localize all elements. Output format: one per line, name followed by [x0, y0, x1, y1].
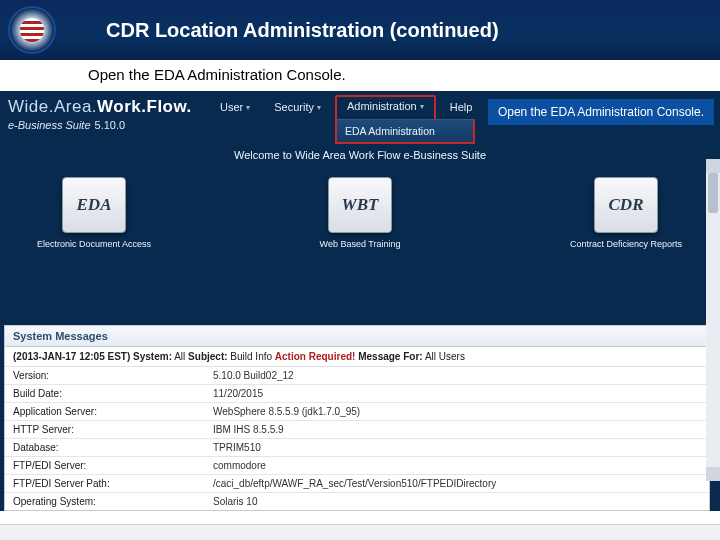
app-screenshot: Wide.Area.Work.Flow. e-Business Suite5.1…	[0, 91, 720, 511]
menu-admin-highlight: Administration▾ EDA Administration	[335, 95, 436, 121]
system-messages-meta: (2013-JAN-17 12:05 EST) System: All Subj…	[5, 347, 709, 367]
system-messages-panel: System Messages (2013-JAN-17 12:05 EST) …	[4, 325, 710, 511]
system-messages-heading: System Messages	[5, 326, 709, 347]
agency-seal-icon	[8, 6, 56, 54]
app-subtitle: e-Business Suite5.10.0	[8, 119, 192, 131]
tile-wbt-label: Web Based Training	[300, 239, 420, 250]
chevron-down-icon: ▾	[317, 103, 321, 112]
table-row: HTTP Server:IBM IHS 8.5.5.9	[5, 421, 709, 439]
app-name: Wide.Area.Work.Flow.	[8, 97, 192, 117]
table-row: FTP/EDI Server Path:/caci_db/eftp/WAWF_R…	[5, 475, 709, 493]
tile-eda-label: Electronic Document Access	[34, 239, 154, 250]
dropdown-eda-administration[interactable]: EDA Administration	[337, 120, 473, 142]
page-title: CDR Location Administration (continued)	[106, 19, 499, 42]
admin-dropdown: EDA Administration	[335, 119, 475, 144]
table-row: Build Date:11/20/2015	[5, 385, 709, 403]
menu-user[interactable]: User▾	[210, 95, 260, 121]
menu-security[interactable]: Security▾	[264, 95, 331, 121]
footer-bar	[0, 524, 720, 540]
table-row: Version:5.10.0 Build02_12	[5, 367, 709, 385]
system-info-table: Version:5.10.0 Build02_12Build Date:11/2…	[5, 367, 709, 511]
tile-row: EDA Electronic Document Access WBT Web B…	[0, 169, 720, 254]
table-row: Application Server:WebSphere 8.5.5.9 (jd…	[5, 403, 709, 421]
app-scrollbar[interactable]	[706, 159, 720, 481]
scrollbar-thumb[interactable]	[708, 173, 718, 213]
menu-administration[interactable]: Administration▾	[337, 97, 434, 117]
table-row: Operating System:Solaris 10	[5, 493, 709, 511]
callout-instruction: Open the EDA Administration Console.	[488, 99, 714, 125]
table-row: FTP/EDI Server:commodore	[5, 457, 709, 475]
table-row: Status:Production	[5, 511, 709, 512]
chevron-down-icon: ▾	[420, 102, 424, 111]
instruction-text: Open the EDA Administration Console.	[0, 60, 720, 89]
tile-cdr[interactable]: CDR	[594, 177, 658, 233]
chevron-down-icon: ▾	[246, 103, 250, 112]
table-row: Database:TPRIM510	[5, 439, 709, 457]
menu-help[interactable]: Help	[440, 95, 483, 121]
branding-block: Wide.Area.Work.Flow. e-Business Suite5.1…	[0, 91, 200, 137]
tile-wbt[interactable]: WBT	[328, 177, 392, 233]
main-menubar: User▾ Security▾ Administration▾ EDA Admi…	[200, 91, 482, 121]
tile-eda[interactable]: EDA	[62, 177, 126, 233]
tile-cdr-label: Contract Deficiency Reports	[566, 239, 686, 250]
